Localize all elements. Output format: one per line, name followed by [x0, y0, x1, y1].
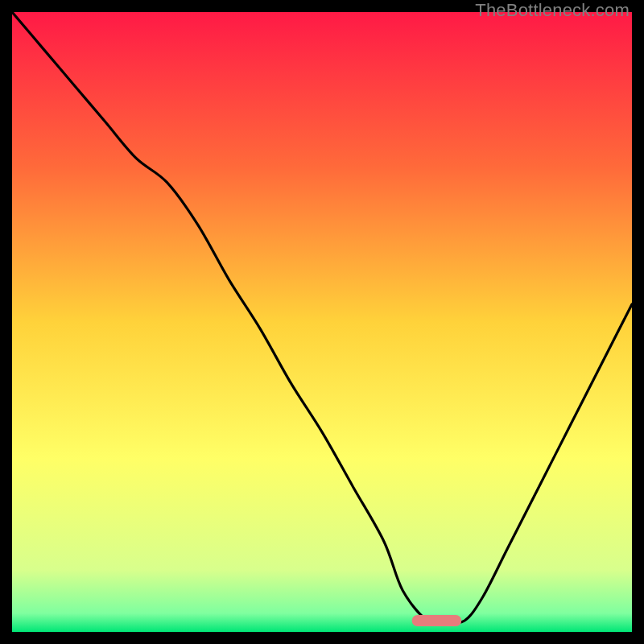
chart-svg: [12, 12, 632, 632]
optimal-marker: [412, 615, 462, 626]
chart-frame: [12, 12, 632, 632]
watermark-text: TheBottleneck.com: [475, 0, 630, 21]
chart-background: [12, 12, 632, 632]
